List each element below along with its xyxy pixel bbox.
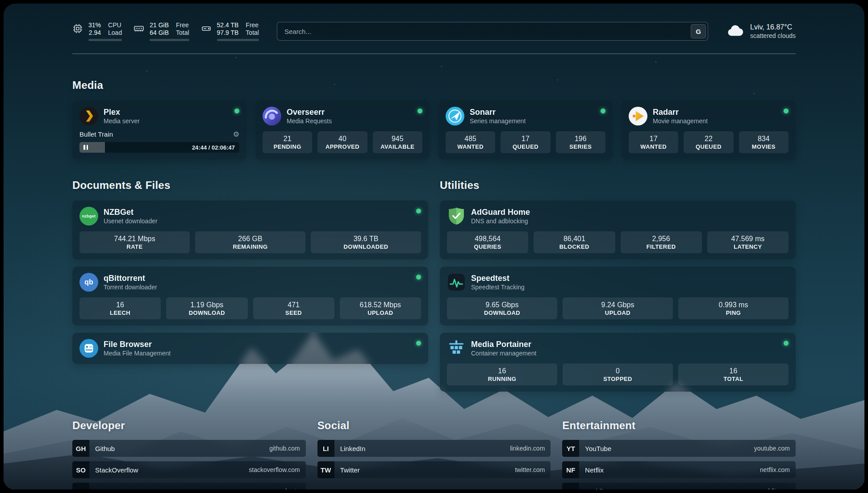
overseerr-icon: [263, 107, 281, 125]
stat-running: 16 RUNNING: [447, 363, 557, 385]
stat-label: UPLOAD: [564, 309, 671, 316]
bookmark-group-social: Social LI LinkedIn linkedin.com TW Twitt…: [317, 419, 551, 489]
service-card-sonarr[interactable]: Sonarr Series management 485 WANTED 17 Q…: [438, 100, 613, 159]
service-name: Plex: [104, 107, 229, 117]
sonarr-icon: [446, 107, 464, 125]
cpu-bar: [88, 39, 122, 41]
stat-blocked: 86,401 BLOCKED: [534, 231, 615, 253]
service-card-plex[interactable]: Plex Media server Bullet Train ⚙ 24:44 /…: [72, 100, 246, 159]
stat-value: 22: [685, 135, 731, 143]
stat-value: 16: [449, 367, 555, 375]
cpu-widget: 31% CPU 2.94 Load: [72, 21, 122, 41]
status-online-dot: [234, 109, 239, 113]
stat-label: PING: [680, 309, 787, 316]
bookmark-name: Reddit: [579, 488, 760, 490]
search-input[interactable]: [277, 22, 708, 41]
stat-label: UPLOAD: [342, 309, 419, 316]
pause-icon[interactable]: [83, 145, 88, 150]
now-playing-title: Bullet Train: [79, 130, 113, 138]
stat-wanted: 485 WANTED: [446, 131, 495, 153]
stat-downloaded: 39.6 TB DOWNLOADED: [311, 231, 421, 253]
bookmark-group-developer: Developer GH Github github.com SO StackO…: [72, 419, 306, 489]
service-name: Media Portainer: [471, 339, 778, 350]
stat-remaining: 266 GB REMAINING: [195, 231, 305, 253]
stat-label: STOPPED: [564, 376, 671, 382]
bookmark-netflix[interactable]: NF Netflix netflix.com: [562, 461, 796, 478]
stat-upload: 9.24 Gbps UPLOAD: [563, 297, 673, 319]
playback-time: 24:44 / 02:06:47: [192, 144, 235, 151]
plex-icon: [79, 107, 98, 125]
stat-stopped: 0 STOPPED: [563, 363, 673, 385]
service-card-nzbget[interactable]: nzbget NZBGet Usenet downloader 744.21 M…: [72, 201, 428, 259]
stat-value: 16: [680, 367, 787, 375]
memory-icon: [134, 23, 144, 36]
cpu-label: CPU: [108, 21, 122, 29]
stat-available: 945 AVAILABLE: [373, 131, 422, 153]
service-subtitle: Usenet downloader: [104, 217, 411, 226]
bookmark-name: DEV: [89, 488, 284, 490]
gear-icon[interactable]: ⚙: [233, 130, 239, 138]
filebrowser-icon: [79, 339, 98, 358]
service-card-overseerr[interactable]: Overseerr Media Requests 21 PENDING 40 A…: [255, 100, 430, 159]
bookmark-reddit[interactable]: RE Reddit reddit.com: [562, 483, 796, 489]
stat-label: AVAILABLE: [375, 143, 421, 150]
stat-queued: 22 QUEUED: [684, 131, 733, 153]
bookmark-name: StackOverflow: [89, 466, 249, 474]
stat-download: 9.65 Gbps DOWNLOAD: [447, 297, 557, 319]
stat-value: 266 GB: [197, 235, 304, 243]
service-card-qbittorrent[interactable]: qb qBittorrent Torrent downloader 16: [72, 267, 428, 326]
top-bar: 31% CPU 2.94 Load 21 GiB Free: [72, 20, 796, 43]
disk-total: 97.9 TB: [217, 29, 239, 36]
section-title-utilities: Utilities: [440, 179, 796, 192]
disk-free: 52.4 TB: [217, 21, 239, 29]
bookmark-abbr: DT: [72, 483, 89, 489]
service-subtitle: Media Requests: [287, 117, 412, 125]
stat-label: BLOCKED: [535, 243, 613, 250]
stat-value: 834: [741, 135, 787, 143]
bookmark-url: dev.to: [284, 488, 306, 489]
playback-progress-bar[interactable]: 24:44 / 02:06:47: [79, 142, 239, 153]
bookmark-dev[interactable]: DT DEV dev.to: [72, 483, 306, 489]
service-name: Sonarr: [470, 107, 595, 117]
nzbget-icon: nzbget: [79, 207, 98, 226]
weather-widget: Lviv, 16.87°C scattered clouds: [726, 23, 796, 40]
service-card-speedtest[interactable]: Speedtest Speedtest Tracking 9.65 Gbps D…: [440, 267, 796, 326]
service-card-radarr[interactable]: Radarr Movie management 17 WANTED 22 QUE…: [622, 100, 796, 159]
stat-ping: 0.993 ms PING: [678, 297, 789, 319]
service-card-portainer[interactable]: Media Portainer Container management 16 …: [440, 333, 796, 392]
bookmark-url: reddit.com: [761, 488, 796, 489]
stat-label: RUNNING: [449, 376, 555, 382]
bookmark-name: YouTube: [579, 445, 754, 452]
search-engine-button[interactable]: G: [691, 24, 706, 38]
service-subtitle: Movie management: [653, 117, 778, 125]
weather-location: Lviv, 16.87°C: [750, 23, 796, 32]
service-name: qBittorrent: [104, 273, 411, 284]
stat-label: FILTERED: [622, 243, 700, 250]
service-name: AdGuard Home: [471, 207, 789, 217]
stat-label: SEED: [255, 309, 333, 316]
stat-label: LATENCY: [709, 243, 787, 250]
stat-value: 39.6 TB: [313, 235, 419, 243]
service-card-filebrowser[interactable]: File Browser Media File Management: [72, 333, 428, 364]
bookmark-linkedin[interactable]: LI LinkedIn linkedin.com: [317, 440, 551, 457]
bookmark-name: Netflix: [579, 466, 760, 474]
disk-total-label: Total: [246, 29, 259, 36]
bookmark-url: stackoverflow.com: [249, 466, 305, 473]
bookmark-twitter[interactable]: TW Twitter twitter.com: [317, 461, 551, 478]
disk-widget: 52.4 TB Free 97.9 TB Total: [201, 21, 259, 41]
adguard-icon: [447, 207, 466, 226]
bookmark-stackoverflow[interactable]: SO StackOverflow stackoverflow.com: [72, 461, 306, 478]
stat-label: RATE: [81, 243, 188, 250]
bookmark-group-entertainment: Entertainment YT YouTube youtube.com NF …: [562, 419, 796, 489]
stat-value: 9.24 Gbps: [564, 301, 671, 309]
service-name: NZBGet: [104, 207, 411, 217]
stat-seed: 471 SEED: [253, 297, 334, 319]
section-media: Media Plex: [72, 79, 796, 159]
service-card-adguard[interactable]: AdGuard Home DNS and adblocking 498,564 …: [440, 201, 796, 259]
service-subtitle: DNS and adblocking: [471, 217, 789, 226]
stat-value: 17: [630, 135, 676, 143]
stat-value: 9.65 Gbps: [449, 301, 555, 309]
bookmark-github[interactable]: GH Github github.com: [72, 440, 306, 457]
bookmark-youtube[interactable]: YT YouTube youtube.com: [562, 440, 796, 457]
bookmark-abbr: SO: [72, 461, 89, 478]
